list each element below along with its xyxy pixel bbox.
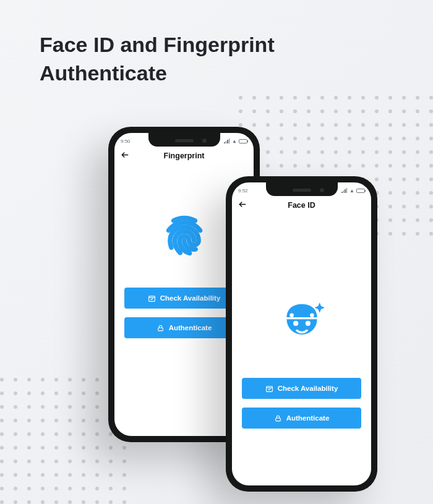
decorative-dots-bottom	[0, 378, 126, 504]
arrow-left-icon	[238, 200, 247, 209]
screen: 9:52 ▲ Face ID	[232, 182, 371, 485]
button-label: Authenticate	[169, 324, 212, 331]
calendar-check-icon	[265, 385, 273, 393]
lock-icon	[274, 414, 282, 422]
page-title: Face ID and Fingerprint Authenticate	[40, 31, 393, 88]
authenticate-button[interactable]: Authenticate	[242, 408, 361, 429]
svg-point-6	[305, 321, 310, 326]
battery-icon	[239, 139, 247, 143]
wifi-icon: ▲	[349, 188, 354, 194]
marketing-canvas: Face ID and Fingerprint Authenticate 9:5…	[0, 0, 433, 504]
statusbar-right: ▲	[224, 139, 247, 144]
fingerprint-icon	[162, 213, 207, 260]
wifi-icon: ▲	[232, 139, 237, 144]
battery-icon	[356, 189, 365, 193]
check-availability-button[interactable]: Check Availability	[242, 378, 361, 399]
back-button[interactable]	[121, 151, 129, 161]
signal-icon	[341, 188, 348, 193]
svg-point-5	[293, 321, 298, 326]
statusbar-time: 9:50	[121, 139, 131, 144]
signal-icon	[224, 139, 230, 143]
svg-rect-9	[266, 386, 272, 391]
appbar-title: Fingerprint	[164, 152, 205, 160]
screen-content: Check Availability Authenticate	[232, 215, 371, 437]
appbar-title: Face ID	[288, 201, 315, 210]
lock-icon	[156, 324, 165, 332]
svg-point-7	[289, 314, 294, 318]
device-notch	[148, 133, 220, 147]
arrow-left-icon	[121, 151, 129, 160]
back-button[interactable]	[238, 200, 247, 211]
button-label: Authenticate	[286, 414, 330, 422]
statusbar-time: 9:52	[238, 188, 248, 194]
device-notch	[266, 182, 338, 196]
face-icon	[277, 295, 327, 348]
svg-rect-1	[148, 296, 155, 301]
svg-rect-3	[158, 327, 163, 330]
statusbar-right: ▲	[341, 188, 365, 194]
app-bar: Face ID	[232, 196, 371, 215]
app-bar: Fingerprint	[114, 147, 254, 165]
svg-point-8	[310, 314, 314, 318]
button-label: Check Availability	[160, 294, 221, 302]
svg-rect-11	[275, 417, 280, 421]
phone-mockup-faceid: 9:52 ▲ Face ID	[226, 176, 377, 492]
calendar-check-icon	[148, 294, 156, 302]
button-label: Check Availability	[278, 385, 338, 392]
